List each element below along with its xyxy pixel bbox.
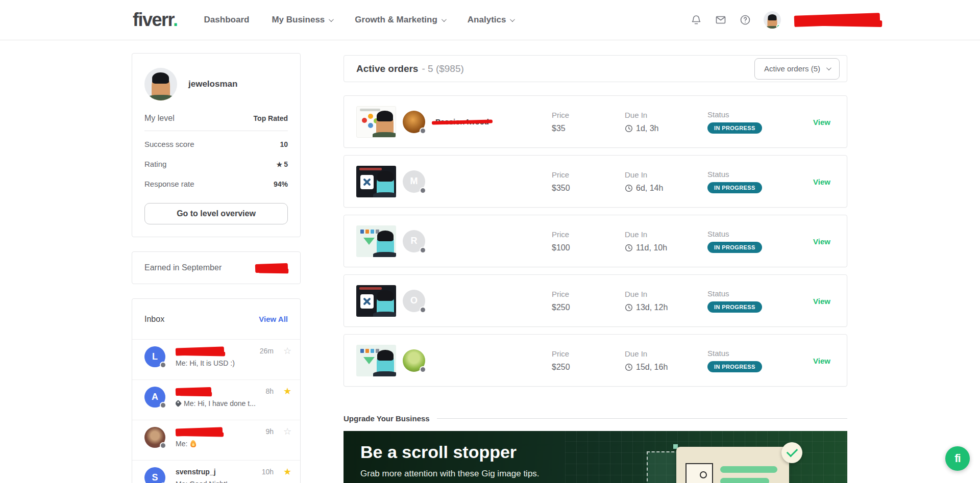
favorite-star-icon[interactable] (283, 387, 292, 396)
due-value: 15d, 16h (636, 363, 668, 372)
upgrade-section-title: Upgrade Your Business (344, 414, 430, 423)
due-column: Due In 11d, 10h (625, 230, 667, 252)
view-order-link[interactable]: View (813, 356, 830, 365)
main-content: Active orders- 5 ($985) Active orders (5… (344, 55, 847, 483)
offline-status-dot (420, 187, 426, 194)
due-value: 13d, 12h (636, 303, 668, 312)
redacted-contact-name (176, 346, 224, 355)
order-row[interactable]: Passion4wood Price $35 Due In 1d, 3h Sta… (344, 95, 847, 148)
stat-success-score: Success score 10 (144, 134, 288, 154)
inbox-message-row[interactable]: 9h Me: (132, 420, 300, 460)
buyer-avatar: R (403, 230, 425, 252)
due-column: Due In 6d, 14h (625, 170, 663, 193)
nav-my-business[interactable]: My Business (272, 15, 332, 25)
label-tag-icon (176, 400, 182, 407)
level-overview-button[interactable]: Go to level overview (144, 203, 288, 224)
contact-name: svenstrup_j (176, 468, 258, 476)
user-avatar[interactable] (764, 11, 781, 29)
status-badge: IN PROGRESS (707, 122, 762, 134)
order-row[interactable]: R Price $100 Due In 11d, 10h Status IN P… (344, 215, 847, 267)
text-bar-illustration (720, 466, 777, 473)
order-row[interactable]: Price $250 Due In 15d, 16h Status IN PRO… (344, 334, 847, 387)
inbox-message-row[interactable]: L 26m Me: Hi, It is USD :) (132, 339, 300, 379)
view-order-link[interactable]: View (813, 296, 830, 305)
gig-thumbnail (356, 166, 396, 197)
due-column: Due In 13d, 12h (625, 290, 668, 312)
favorite-star-icon[interactable] (283, 346, 292, 355)
message-preview: Me: Hi, I have done t... (176, 399, 292, 408)
price-label: Price (552, 111, 569, 119)
price-label: Price (552, 290, 570, 298)
profile-card: jewelosman My level Top Rated Success sc… (132, 53, 301, 237)
view-order-link[interactable]: View (813, 177, 830, 186)
banner-subtext: Grab more attention with these Gig image… (360, 469, 540, 479)
view-order-link[interactable]: View (813, 237, 830, 245)
notifications-bell-icon[interactable] (690, 14, 702, 26)
inbox-header: Inbox View All (132, 299, 300, 339)
message-body: 26m Me: Hi, It is USD :) (176, 346, 292, 379)
image-placeholder-icon (685, 463, 713, 483)
inbox-view-all-link[interactable]: View All (259, 315, 288, 323)
status-column: Status IN PROGRESS (707, 289, 762, 313)
orders-filter-dropdown[interactable]: Active orders (5) (754, 58, 840, 80)
avatar-initial: S (152, 472, 158, 483)
message-preview: Me: Good Night! (176, 480, 292, 483)
message-preview: Me: Hi, It is USD :) (176, 359, 292, 367)
orders-summary: - 5 ($985) (422, 63, 463, 74)
avatar-illustration (767, 15, 777, 29)
redacted-earnings-scribble (255, 263, 288, 272)
due-label: Due In (625, 290, 668, 298)
price-column: Price $350 (552, 170, 570, 193)
price-value: $100 (552, 243, 570, 252)
fiverr-chat-button[interactable]: fi (945, 446, 970, 471)
buyer-avatar: M (403, 170, 425, 193)
message-body: 8h Me: Hi, I have done t... (176, 387, 292, 420)
gig-thumbnail (356, 345, 396, 376)
due-label: Due In (625, 349, 668, 358)
nav-growth-marketing[interactable]: Growth & Marketing (355, 15, 445, 25)
order-row[interactable]: M Price $350 Due In 6d, 14h Status IN PR… (344, 155, 847, 208)
help-icon[interactable] (739, 14, 751, 26)
stat-label: Success score (144, 140, 194, 148)
nav-dashboard[interactable]: Dashboard (204, 15, 250, 25)
buyer-name-struck: Passion4wood (434, 117, 490, 126)
offline-status-dot (160, 442, 166, 449)
inbox-message-row[interactable]: S svenstrup_j 10h Me: Good Night! (132, 460, 300, 483)
redacted-contact-name (176, 387, 211, 395)
inbox-message-row[interactable]: A 8h Me: Hi, I have done t... (132, 379, 300, 420)
nav-growth-marketing-label: Growth & Marketing (355, 15, 437, 25)
offline-status-dot (420, 247, 426, 253)
header-actions (690, 11, 880, 29)
due-value: 11d, 10h (636, 243, 667, 252)
status-badge: IN PROGRESS (707, 182, 762, 193)
buyer-avatar: O (403, 290, 425, 312)
divider (144, 131, 288, 131)
stat-label: Response rate (144, 180, 194, 188)
message-body: svenstrup_j 10h Me: Good Night! (176, 467, 292, 483)
favorite-star-icon[interactable] (283, 467, 292, 476)
status-badge: IN PROGRESS (707, 242, 762, 253)
profile-username[interactable]: jewelosman (188, 79, 237, 89)
status-badge: IN PROGRESS (707, 301, 762, 313)
status-label: Status (707, 110, 762, 119)
avatar-initial: R (411, 236, 418, 246)
profile-avatar[interactable] (144, 68, 177, 100)
stat-label: Rating (144, 160, 166, 168)
gig-card-illustration (676, 447, 789, 483)
promo-banner[interactable]: Be a scroll stopper Grab more attention … (344, 431, 847, 483)
clock-icon (625, 363, 633, 371)
checkmark-icon (781, 442, 802, 463)
earnings-label: Earned in September (144, 263, 222, 272)
status-label: Status (707, 289, 762, 298)
gig-thumbnail (356, 225, 396, 257)
due-label: Due In (625, 170, 663, 179)
offline-status-dot (420, 307, 426, 313)
view-order-link[interactable]: View (813, 117, 830, 126)
nav-analytics[interactable]: Analytics (468, 15, 514, 25)
order-row[interactable]: O Price $250 Due In 13d, 12h Status IN P… (344, 274, 847, 327)
favorite-star-icon[interactable] (283, 427, 292, 436)
stat-response-rate: Response rate 94% (144, 174, 288, 194)
fiverr-logo[interactable]: fiverr. (133, 9, 178, 31)
messages-envelope-icon[interactable] (715, 14, 727, 26)
message-text: Me: Good Night! (176, 480, 228, 483)
